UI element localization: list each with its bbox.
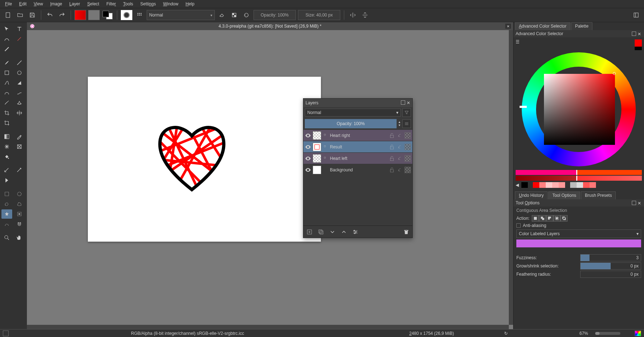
reload-brush-button[interactable] [241,10,251,20]
tool-move[interactable] [1,24,12,34]
opacity-up[interactable]: ▲ [398,120,401,124]
tool-brush[interactable] [1,58,12,67]
opacity-field[interactable]: Opacity: 100% [254,10,296,20]
hue-indicator[interactable] [520,106,527,108]
tool-dynamic-brush[interactable] [1,98,12,108]
recent-color[interactable] [577,182,583,188]
bg-color-swatch[interactable] [635,47,642,50]
tool-color-sampler[interactable] [14,132,25,141]
canvas-stage[interactable]: Layers ✕ Normal▾ Opacity: 100% ▲▼ [27,30,513,329]
tool-ellipse[interactable] [14,68,25,77]
tool-transform[interactable] [1,44,12,54]
tool-magnetic-select[interactable] [14,219,25,229]
tool-crop2[interactable] [1,118,12,128]
menu-edit[interactable]: Edit [15,0,30,8]
alpha-icon[interactable] [397,155,403,162]
close-document-button[interactable]: ✕ [505,24,511,29]
action-intersect[interactable] [553,215,560,222]
layer-item[interactable]: Heart left [303,152,412,164]
recent-color[interactable] [533,182,539,188]
recent-color[interactable] [589,182,596,188]
tool-zoom[interactable] [1,233,12,242]
recent-color[interactable] [546,182,552,188]
lock-icon[interactable] [389,132,395,139]
action-replace[interactable] [532,215,539,222]
layer-filter-button[interactable] [402,108,411,117]
tool-edit-shapes[interactable] [1,34,12,44]
dock-close-icon[interactable]: ✕ [638,201,642,205]
duplicate-layer-button[interactable] [318,229,324,235]
menu-filter[interactable]: Filter [103,0,120,8]
canvas-scrollbar-v[interactable] [509,30,513,325]
tool-polygon[interactable] [14,78,25,87]
labeled-layers-combo[interactable]: Color Labeled Layers▾ [516,229,641,238]
tool-assistants[interactable] [1,166,12,175]
rotation-reset[interactable]: ↻ [504,331,508,336]
action-add[interactable] [539,215,546,222]
saturation-value-square[interactable] [544,74,615,145]
layer-properties-button[interactable] [352,229,359,235]
layer-opacity-slider[interactable]: Opacity: 100% [305,119,397,128]
tool-gradient[interactable] [1,132,12,141]
tool-pattern-edit[interactable] [1,142,12,151]
checker-icon[interactable] [404,167,411,173]
tab-tool-options[interactable]: Tool Options [548,191,580,199]
menu-tools[interactable]: Tools [119,0,137,8]
recent-color[interactable] [583,182,589,188]
tab-undo-history[interactable]: Undo History [515,191,548,199]
dock-float-icon[interactable] [632,32,636,36]
brush-size-field[interactable]: Size: 40,00 px [298,10,340,20]
tool-move-canvas[interactable] [14,108,25,118]
redo-button[interactable] [57,10,67,20]
tab-palette[interactable]: Palette [571,22,592,30]
hue-history-bar-2[interactable] [516,176,642,181]
menu-window[interactable]: Window [160,0,182,8]
gradient-swatch[interactable] [75,10,86,20]
canvas[interactable] [88,77,321,242]
fg-color-swatch[interactable] [635,39,642,47]
alpha-icon[interactable] [397,144,403,150]
action-subtract[interactable] [546,215,553,222]
menu-select[interactable]: Select [84,0,103,8]
tool-similar-select[interactable] [14,209,25,219]
layer-item[interactable]: Result [303,141,412,152]
tab-advanced-color[interactable]: Advanced Color Selector [515,22,570,30]
blend-mode-combo[interactable]: Normal▾ [147,10,215,20]
tool-freehand-select[interactable] [1,199,12,209]
menu-image[interactable]: Image [47,0,66,8]
alpha-icon[interactable] [397,167,403,173]
menu-view[interactable]: View [30,0,47,8]
recent-color[interactable] [539,182,546,188]
tool-smart-patch[interactable] [14,142,25,151]
grow-slider[interactable]: 0 px [580,262,641,270]
mirror-v-button[interactable] [360,10,370,20]
pattern-swatch[interactable] [88,10,100,20]
color-selector[interactable] [520,50,638,168]
layer-item[interactable]: Background [303,164,412,175]
checker-icon[interactable] [404,144,411,150]
brush-preview[interactable] [121,10,132,20]
acs-menu-icon[interactable]: ☰ [516,39,521,44]
zoom-slider[interactable] [595,332,620,335]
dock-float-icon[interactable] [632,201,636,205]
document-tab[interactable]: 4.3.0-prealpha (git ea7c856): [Not Saved… [27,22,513,30]
add-layer-button[interactable] [306,229,313,235]
layers-close-icon[interactable]: ✕ [407,100,410,105]
checker-icon[interactable] [404,132,411,139]
lock-icon[interactable] [389,167,395,173]
action-symdiff[interactable] [560,215,568,222]
eraser-toggle[interactable] [217,10,227,20]
recent-color[interactable] [559,182,565,188]
feather-slider[interactable]: 0 px [580,271,641,278]
workspace-chooser-button[interactable] [631,10,641,20]
tool-reference[interactable] [1,176,12,185]
delete-layer-button[interactable] [403,229,409,235]
antialias-checkbox[interactable] [516,223,521,228]
recent-color[interactable] [570,182,577,188]
tool-rect[interactable] [1,68,12,77]
tool-ellipse-select[interactable] [14,189,25,199]
recent-color[interactable] [552,182,559,188]
tool-line[interactable] [14,58,25,67]
visibility-icon[interactable] [305,167,311,173]
alpha-icon[interactable] [397,132,403,139]
